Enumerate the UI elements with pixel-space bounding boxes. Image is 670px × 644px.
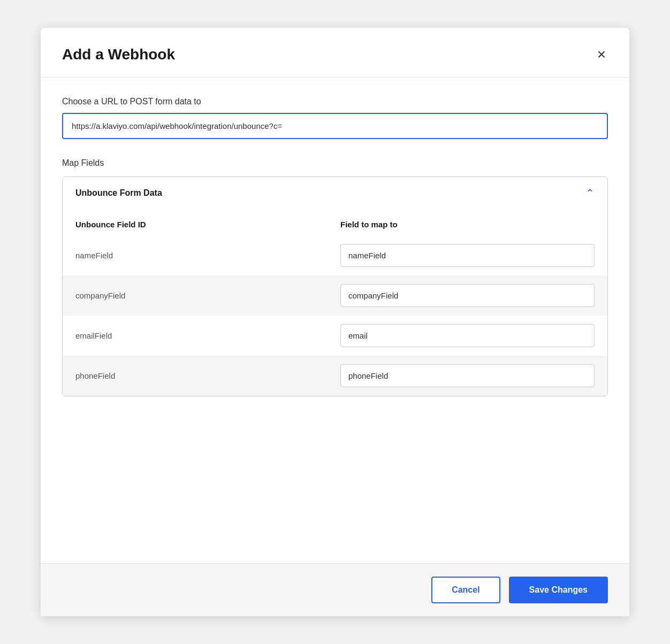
field-map-input[interactable] bbox=[340, 364, 595, 387]
field-map-input[interactable] bbox=[340, 244, 595, 267]
close-icon: × bbox=[597, 47, 606, 62]
map-fields-section: Map Fields Unbounce Form Data ⌃ Unbounce… bbox=[62, 158, 608, 396]
modal-footer: Cancel Save Changes bbox=[41, 563, 629, 616]
field-map-input[interactable] bbox=[340, 324, 595, 347]
field-id-label: companyField bbox=[75, 291, 330, 300]
modal-header: Add a Webhook × bbox=[41, 28, 629, 78]
form-data-title: Unbounce Form Data bbox=[75, 188, 162, 198]
field-id-label: nameField bbox=[75, 251, 330, 260]
map-fields-label: Map Fields bbox=[62, 158, 608, 168]
table-row: emailField bbox=[63, 316, 607, 356]
table-row: phoneField bbox=[63, 356, 607, 396]
cancel-button[interactable]: Cancel bbox=[431, 577, 500, 603]
url-input[interactable] bbox=[62, 113, 608, 139]
col-header-map-to: Field to map to bbox=[340, 220, 595, 229]
form-data-header[interactable]: Unbounce Form Data ⌃ bbox=[63, 177, 607, 209]
table-row: companyField bbox=[63, 275, 607, 316]
url-section-label: Choose a URL to POST form data to bbox=[62, 97, 608, 106]
field-map-input[interactable] bbox=[340, 284, 595, 307]
chevron-up-icon: ⌃ bbox=[585, 188, 595, 198]
url-section: Choose a URL to POST form data to bbox=[62, 97, 608, 139]
close-button[interactable]: × bbox=[595, 45, 608, 64]
add-webhook-modal: Add a Webhook × Choose a URL to POST for… bbox=[41, 28, 629, 616]
field-id-label: emailField bbox=[75, 331, 330, 340]
column-headers: Unbounce Field ID Field to map to bbox=[75, 209, 595, 235]
field-id-label: phoneField bbox=[75, 371, 330, 380]
col-header-field-id: Unbounce Field ID bbox=[75, 220, 330, 229]
modal-title: Add a Webhook bbox=[62, 46, 175, 63]
fields-table: Unbounce Field ID Field to map to nameFi… bbox=[63, 209, 607, 396]
table-row: nameField bbox=[63, 235, 607, 275]
modal-body: Choose a URL to POST form data to Map Fi… bbox=[41, 78, 629, 563]
save-changes-button[interactable]: Save Changes bbox=[509, 577, 608, 603]
form-data-card: Unbounce Form Data ⌃ Unbounce Field ID F… bbox=[62, 177, 608, 396]
